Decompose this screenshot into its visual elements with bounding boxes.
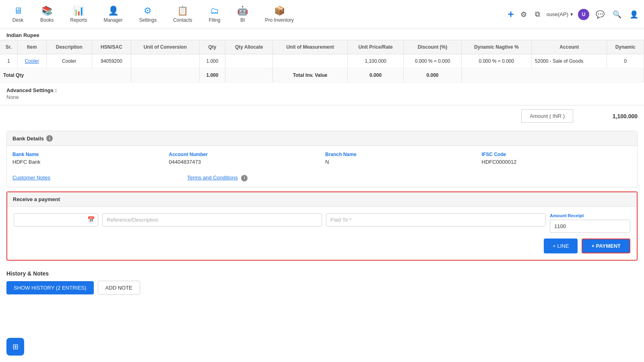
paid-to-input[interactable]: [326, 213, 546, 226]
col-sr: Sr.: [0, 40, 18, 54]
calendar-icon[interactable]: 📅: [87, 216, 95, 223]
nav-item-contacts[interactable]: 📋 Contacts: [165, 2, 200, 26]
nav-item-manager[interactable]: 👤 Manager: [95, 2, 131, 26]
add-button[interactable]: +: [508, 8, 514, 21]
reference-input[interactable]: [102, 213, 322, 226]
total-qty-empty: [131, 68, 199, 82]
branch-name-value: N: [325, 159, 475, 165]
history-title: History & Notes: [6, 270, 638, 277]
bank-name-value: HDFC Bank: [12, 159, 163, 165]
nav-item-books[interactable]: 📚 Books: [32, 2, 62, 26]
nav-label-reports: Reports: [70, 17, 87, 23]
bank-name-label: Bank Name: [12, 152, 163, 157]
payment-button-label: + PAYMENT: [591, 243, 621, 249]
switch-icon[interactable]: ⧉: [533, 8, 542, 20]
chat-icon[interactable]: 💬: [594, 8, 606, 21]
ifsc-code-label: IFSC Code: [482, 152, 632, 157]
nav-label-bi: BI: [240, 17, 245, 23]
nav-item-filing[interactable]: 🗂 Filing: [200, 2, 229, 26]
settings-icon: ⚙: [144, 6, 152, 16]
nav-item-settings[interactable]: ⚙ Settings: [131, 2, 165, 26]
nav-label-desk: Desk: [12, 17, 23, 23]
nav-label-contacts: Contacts: [173, 17, 192, 23]
amount-receipt-input[interactable]: [550, 220, 630, 233]
nav-right: + ⚙ ⧉ ouse(AP) ▾ U 💬 🔍 👤: [508, 8, 640, 21]
cell-unit-price: 1,100.000: [347, 54, 404, 68]
cell-account: 52000 - Sale of Goods: [532, 54, 607, 68]
chevron-down-icon: ▾: [570, 11, 573, 17]
col-unit-measurement: Unit of Measurement: [273, 40, 347, 54]
payment-button[interactable]: + PAYMENT: [582, 239, 630, 253]
col-hsn: HSN/SAC: [92, 40, 131, 54]
contacts-icon: 📋: [177, 6, 188, 16]
col-description: Description: [46, 40, 92, 54]
account-number-field: Account Number 04404837473: [169, 152, 319, 165]
table-row: 1 Cooler Cooler 94059200 1.000 1,100.000…: [0, 54, 644, 68]
amount-receipt-label: Amount Receipt: [550, 213, 630, 218]
advanced-settings-label: Advanced Settings :: [6, 87, 57, 93]
receive-payment-title: Receive a payment: [13, 196, 60, 202]
books-icon: 📚: [41, 6, 52, 16]
desk-icon: 🖥: [14, 6, 23, 16]
bank-name-field: Bank Name HDFC Bank: [12, 152, 163, 165]
cell-dynamic: 0: [607, 54, 644, 68]
amount-row: Amount ( INR ) 1,100.000: [0, 105, 644, 127]
col-dynamic-nagtive: Dynamic Nagtive %: [461, 40, 531, 54]
items-table: Sr. Item Description HSN/SAC Unit of Con…: [0, 40, 644, 82]
col-item: Item: [18, 40, 47, 54]
cell-sr: 1: [0, 54, 18, 68]
customer-notes-link[interactable]: Customer Notes: [12, 175, 50, 181]
main-content: Indian Rupee Sr. Item Description HSN/SA…: [0, 29, 644, 300]
bank-details-header: Bank Details i: [7, 131, 637, 146]
nav-label-filing: Filing: [209, 17, 221, 23]
filing-icon: 🗂: [210, 6, 219, 16]
amount-receipt-wrapper: Amount Receipt: [550, 213, 630, 233]
total-row: Total Qty 1.000 Total Inv. Value 0.000 0…: [0, 68, 644, 82]
nav-label-pro-inventory: Pro Inventory: [265, 17, 293, 23]
notes-row: Customer Notes Terms and Conditions i: [12, 171, 632, 181]
pro-inventory-icon: 📦: [274, 6, 285, 16]
nav-label-manager: Manager: [103, 17, 122, 23]
user-chip[interactable]: ouse(AP) ▾: [547, 11, 573, 17]
account-number-value: 04404837473: [169, 159, 319, 165]
cell-unit-measurement: [273, 54, 347, 68]
total-qty-value: 1.000: [199, 68, 225, 82]
cell-item[interactable]: Cooler: [18, 54, 47, 68]
bank-details-info-icon[interactable]: i: [46, 135, 53, 142]
terms-info-icon[interactable]: i: [241, 175, 248, 181]
search-icon[interactable]: 🔍: [611, 8, 623, 21]
nav-label-settings: Settings: [139, 17, 157, 23]
ifsc-code-field: IFSC Code HDFC0000012: [482, 152, 632, 165]
top-nav: 🖥 Desk 📚 Books 📊 Reports 👤 Manager ⚙ Set…: [0, 0, 644, 29]
advanced-settings-value: None: [6, 94, 638, 100]
col-qty: Qty: [199, 40, 225, 54]
add-note-button[interactable]: ADD NOTE: [98, 281, 140, 295]
cell-hsn: 94059200: [92, 54, 131, 68]
bank-grid: Bank Name HDFC Bank Account Number 04404…: [12, 152, 632, 165]
history-actions: SHOW HISTORY (2 ENTRIES) ADD NOTE: [6, 281, 638, 295]
cell-description: Cooler: [46, 54, 92, 68]
date-input[interactable]: [14, 213, 98, 226]
user-name: ouse(AP): [547, 11, 568, 17]
history-section: History & Notes SHOW HISTORY (2 ENTRIES)…: [0, 265, 644, 300]
show-history-button[interactable]: SHOW HISTORY (2 ENTRIES): [6, 281, 94, 294]
cell-unit-conversion: [131, 54, 199, 68]
user-profile-icon[interactable]: 👤: [628, 8, 640, 21]
payment-actions-row: + LINE + PAYMENT: [14, 239, 630, 253]
col-unit-conversion: Unit of Conversion: [131, 40, 199, 54]
amount-label: Amount ( INR ): [521, 109, 573, 123]
gear-icon[interactable]: ⚙: [519, 8, 528, 21]
amount-value: 1,100.000: [589, 113, 638, 119]
line-button[interactable]: + LINE: [544, 239, 578, 253]
nav-item-pro-inventory[interactable]: 📦 Pro Inventory: [257, 2, 302, 26]
nav-item-desk[interactable]: 🖥 Desk: [4, 2, 32, 26]
avatar[interactable]: U: [578, 9, 589, 20]
nav-item-bi[interactable]: 🤖 BI: [229, 2, 257, 26]
terms-conditions-wrapper: Terms and Conditions i: [187, 175, 248, 181]
nav-item-reports[interactable]: 📊 Reports: [62, 2, 95, 26]
currency-label: Indian Rupee: [0, 29, 644, 40]
cell-qty-allocate: [225, 54, 273, 68]
terms-conditions-link[interactable]: Terms and Conditions: [187, 175, 238, 181]
table-header-row: Sr. Item Description HSN/SAC Unit of Con…: [0, 40, 644, 54]
account-number-label: Account Number: [169, 152, 319, 157]
